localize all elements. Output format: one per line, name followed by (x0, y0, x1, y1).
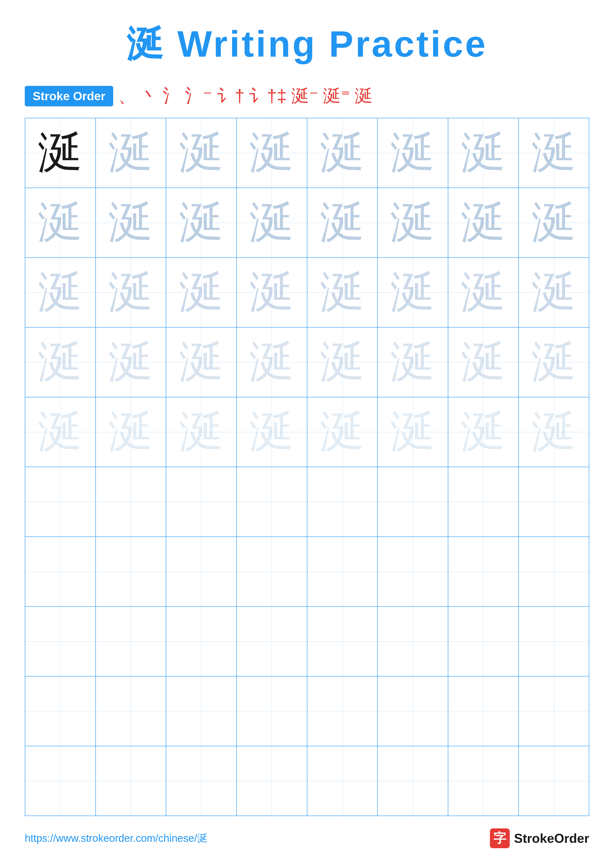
grid-cell[interactable]: 涎 (448, 118, 519, 188)
grid-cell[interactable]: 涎 (96, 258, 166, 327)
grid-cell[interactable]: 涎 (237, 118, 307, 188)
grid-cell[interactable]: 涎 (378, 188, 448, 257)
grid-cell[interactable]: 涎 (519, 118, 589, 188)
practice-char: 涎 (109, 340, 153, 384)
footer: https://www.strokeorder.com/chinese/涎 字 … (25, 828, 589, 848)
grid-cell[interactable] (378, 537, 448, 606)
grid-cell[interactable] (166, 467, 237, 536)
grid-cell[interactable]: 涎 (307, 258, 378, 327)
grid-cell[interactable]: 涎 (448, 397, 519, 467)
practice-char: 涎 (38, 200, 82, 245)
grid-cell[interactable] (166, 746, 237, 815)
grid-cell[interactable] (237, 467, 307, 536)
grid-cell[interactable]: 涎 (166, 328, 237, 397)
grid-cell[interactable]: 涎 (378, 328, 448, 397)
grid-cell[interactable]: 涎 (519, 188, 589, 257)
grid-cell[interactable]: 涎 (96, 118, 166, 188)
stroke-order-row: Stroke Order 、 丶 氵 氵⁻ 讠† 讠†‡ 涎⁻ 涎⁼ 涎 (25, 84, 589, 108)
practice-char: 涎 (249, 131, 294, 175)
grid-cell[interactable]: 涎 (25, 188, 96, 257)
grid-cell[interactable]: 涎 (307, 397, 378, 467)
grid-cell[interactable]: 涎 (96, 188, 166, 257)
practice-char: 涎 (532, 410, 576, 454)
grid-cell[interactable]: 涎 (96, 328, 166, 397)
grid-cell[interactable]: 涎 (25, 397, 96, 467)
grid-cell[interactable] (378, 676, 448, 746)
grid-cell[interactable]: 涎 (96, 397, 166, 467)
grid-row-7 (25, 537, 589, 607)
grid-cell[interactable]: 涎 (448, 188, 519, 257)
grid-cell[interactable]: 涎 (166, 188, 237, 257)
grid-cell[interactable]: 涎 (519, 328, 589, 397)
practice-char: 涎 (390, 410, 435, 454)
grid-cell[interactable] (96, 537, 166, 606)
grid-cell[interactable] (237, 676, 307, 746)
grid-cell[interactable] (25, 607, 96, 676)
grid-cell[interactable] (448, 676, 519, 746)
grid-cell[interactable]: 涎 (25, 258, 96, 327)
grid-cell[interactable] (25, 467, 96, 536)
practice-char: 涎 (38, 340, 82, 384)
grid-cell[interactable]: 涎 (519, 258, 589, 327)
grid-cell[interactable] (96, 746, 166, 815)
stroke-order-badge: Stroke Order (25, 86, 113, 106)
grid-cell[interactable]: 涎 (166, 118, 237, 188)
grid-cell[interactable] (448, 607, 519, 676)
grid-cell[interactable] (519, 537, 589, 606)
grid-cell[interactable]: 涎 (166, 397, 237, 467)
practice-char: 涎 (38, 410, 82, 454)
grid-cell[interactable] (448, 537, 519, 606)
grid-cell[interactable]: 涎 (307, 188, 378, 257)
stroke-3: 氵 (163, 84, 180, 108)
practice-char: 涎 (38, 270, 82, 315)
grid-cell[interactable] (96, 607, 166, 676)
grid-cell[interactable] (378, 607, 448, 676)
grid-cell[interactable] (25, 746, 96, 815)
grid-cell[interactable]: 涎 (237, 328, 307, 397)
grid-cell[interactable] (519, 607, 589, 676)
footer-logo-icon: 字 (490, 828, 510, 848)
grid-cell[interactable]: 涎 (25, 328, 96, 397)
grid-cell[interactable] (166, 676, 237, 746)
footer-url[interactable]: https://www.strokeorder.com/chinese/涎 (25, 831, 208, 845)
grid-cell[interactable]: 涎 (378, 118, 448, 188)
grid-cell[interactable] (25, 537, 96, 606)
grid-row-5: 涎 涎 涎 涎 涎 涎 涎 涎 (25, 397, 589, 467)
grid-cell[interactable] (237, 607, 307, 676)
grid-cell[interactable]: 涎 (307, 328, 378, 397)
grid-cell[interactable]: 涎 (448, 328, 519, 397)
grid-cell[interactable]: 涎 (237, 258, 307, 327)
grid-cell[interactable] (96, 676, 166, 746)
grid-cell[interactable] (96, 467, 166, 536)
grid-cell[interactable] (307, 607, 378, 676)
grid-cell[interactable]: 涎 (519, 397, 589, 467)
grid-cell[interactable]: 涎 (237, 188, 307, 257)
practice-char: 涎 (109, 200, 153, 245)
practice-char: 涎 (461, 410, 505, 454)
grid-cell[interactable] (307, 746, 378, 815)
grid-cell[interactable]: 涎 (378, 258, 448, 327)
grid-cell[interactable] (166, 607, 237, 676)
grid-cell[interactable] (307, 537, 378, 606)
grid-row-3: 涎 涎 涎 涎 涎 涎 涎 涎 (25, 258, 589, 328)
grid-cell[interactable] (25, 676, 96, 746)
grid-cell[interactable] (307, 676, 378, 746)
grid-cell[interactable]: 涎 (166, 258, 237, 327)
grid-cell[interactable]: 涎 (378, 397, 448, 467)
grid-cell[interactable]: 涎 (25, 118, 96, 188)
grid-cell[interactable]: 涎 (307, 118, 378, 188)
stroke-9: 涎 (355, 84, 373, 108)
grid-cell[interactable] (237, 537, 307, 606)
grid-cell[interactable] (519, 746, 589, 815)
grid-cell[interactable] (378, 746, 448, 815)
grid-cell[interactable] (519, 676, 589, 746)
grid-cell[interactable] (307, 467, 378, 536)
grid-cell[interactable] (448, 746, 519, 815)
grid-cell[interactable] (378, 467, 448, 536)
grid-cell[interactable] (237, 746, 307, 815)
grid-cell[interactable] (519, 467, 589, 536)
grid-cell[interactable] (166, 537, 237, 606)
grid-cell[interactable] (448, 467, 519, 536)
grid-cell[interactable]: 涎 (448, 258, 519, 327)
grid-cell[interactable]: 涎 (237, 397, 307, 467)
